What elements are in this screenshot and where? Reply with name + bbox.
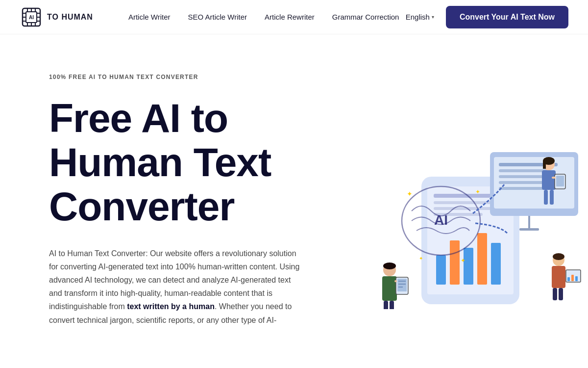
convert-cta-button[interactable]: Convert Your AI Text Now bbox=[446, 6, 568, 28]
svg-rect-54 bbox=[390, 301, 394, 309]
logo-icon: AI bbox=[20, 5, 43, 29]
svg-rect-68 bbox=[571, 275, 574, 281]
svg-point-51 bbox=[383, 263, 396, 269]
language-selector[interactable]: English ▾ bbox=[406, 13, 434, 21]
svg-rect-64 bbox=[553, 288, 557, 300]
logo-text: TO HUMAN bbox=[47, 13, 93, 22]
svg-rect-24 bbox=[477, 233, 487, 285]
svg-rect-63 bbox=[552, 266, 565, 288]
svg-text:AI: AI bbox=[434, 212, 448, 228]
svg-rect-65 bbox=[559, 288, 563, 300]
svg-rect-29 bbox=[499, 169, 548, 172]
svg-rect-46 bbox=[550, 190, 554, 205]
svg-text:✦: ✦ bbox=[407, 190, 413, 198]
hero-description-text1: AI to Human Text Converter: Our website … bbox=[49, 249, 299, 311]
svg-rect-67 bbox=[567, 277, 570, 281]
nav-links: Article Writer SEO Article Writer Articl… bbox=[128, 13, 399, 21]
language-label: English bbox=[406, 13, 430, 21]
svg-rect-25 bbox=[491, 243, 501, 285]
chevron-down-icon: ▾ bbox=[432, 14, 434, 20]
svg-rect-18 bbox=[434, 201, 492, 204]
svg-rect-34 bbox=[519, 228, 539, 231]
hero-title: Free AI to Human Text Converter bbox=[49, 96, 323, 229]
nav-right: English ▾ Convert Your AI Text Now bbox=[406, 6, 568, 28]
svg-text:✦: ✦ bbox=[461, 257, 466, 264]
svg-rect-31 bbox=[499, 181, 543, 184]
svg-text:✦: ✦ bbox=[475, 188, 480, 195]
hero-description-highlight: text written by a human bbox=[127, 302, 215, 311]
hero-illustration-svg: AI ✦ ✦ ✦ ✦ bbox=[343, 88, 588, 309]
nav-article-rewriter[interactable]: Article Rewriter bbox=[265, 13, 315, 21]
nav-seo-article-writer[interactable]: SEO Article Writer bbox=[188, 13, 247, 21]
svg-text:✦: ✦ bbox=[419, 256, 423, 261]
svg-rect-69 bbox=[575, 276, 578, 281]
svg-rect-56 bbox=[397, 279, 407, 291]
svg-rect-33 bbox=[528, 216, 530, 228]
navbar: AI TO HUMAN Article Writer SEO Article W… bbox=[0, 0, 588, 34]
nav-article-writer[interactable]: Article Writer bbox=[128, 13, 171, 21]
svg-text:AI: AI bbox=[29, 15, 34, 20]
hero-subtitle: 100% FREE AI TO HUMAN TEXT CONVERTER bbox=[49, 74, 323, 80]
svg-rect-21 bbox=[436, 255, 446, 285]
nav-grammar-correction[interactable]: Grammar Correction bbox=[332, 13, 399, 21]
svg-point-62 bbox=[553, 253, 564, 260]
logo[interactable]: AI TO HUMAN bbox=[20, 5, 93, 29]
svg-rect-43 bbox=[543, 161, 546, 169]
svg-rect-48 bbox=[556, 176, 564, 186]
svg-rect-44 bbox=[542, 170, 556, 190]
hero-section: 100% FREE AI TO HUMAN TEXT CONVERTER Fre… bbox=[0, 34, 588, 368]
svg-rect-22 bbox=[450, 240, 460, 285]
svg-rect-23 bbox=[464, 248, 473, 285]
nav-left: AI TO HUMAN Article Writer SEO Article W… bbox=[20, 5, 399, 29]
svg-rect-52 bbox=[382, 276, 397, 301]
svg-rect-45 bbox=[544, 190, 548, 205]
svg-rect-53 bbox=[384, 301, 388, 309]
hero-text: 100% FREE AI TO HUMAN TEXT CONVERTER Fre… bbox=[49, 64, 323, 327]
hero-description: AI to Human Text Converter: Our website … bbox=[49, 247, 304, 327]
hero-illustration: AI ✦ ✦ ✦ ✦ bbox=[343, 64, 588, 309]
